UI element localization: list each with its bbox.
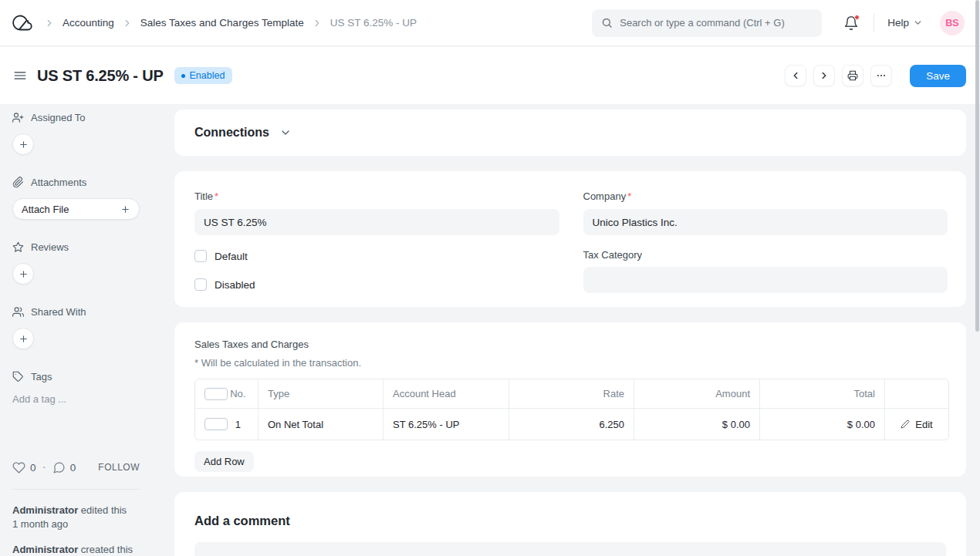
activity-created: Administrator created this 1 month ago <box>12 543 144 556</box>
reviews-label: Reviews <box>31 241 69 253</box>
social-row: 0 · 0 FOLLOW <box>12 460 140 474</box>
add-review-button[interactable] <box>12 263 34 285</box>
star-icon <box>12 241 24 253</box>
help-menu[interactable]: Help <box>887 17 923 29</box>
navbar-right: Help BS <box>592 9 965 37</box>
add-comment-title: Add a comment <box>194 514 946 528</box>
add-row-button[interactable]: Add Row <box>194 451 254 472</box>
default-checkbox-row[interactable]: Default <box>194 250 559 262</box>
previous-document-button[interactable] <box>785 65 806 86</box>
users-icon <box>12 306 24 318</box>
search-icon <box>601 17 613 29</box>
company-field[interactable] <box>583 209 948 235</box>
heart-icon[interactable] <box>12 461 25 474</box>
menu-button[interactable] <box>870 65 892 86</box>
add-assignment-button[interactable] <box>12 133 34 155</box>
chevron-right-icon <box>819 70 830 81</box>
notifications-button[interactable] <box>842 14 860 32</box>
save-button[interactable]: Save <box>910 65 966 87</box>
plus-icon <box>19 269 29 279</box>
attach-file-button[interactable]: Attach File <box>12 198 140 220</box>
pencil-icon <box>901 420 910 429</box>
tag-icon <box>12 371 24 382</box>
help-label: Help <box>887 17 909 29</box>
assigned-to-label: Assigned To <box>31 112 86 123</box>
navbar: Accounting Sales Taxes and Charges Templ… <box>0 0 980 46</box>
disabled-checkbox[interactable] <box>194 278 207 291</box>
comment-input[interactable] <box>194 542 946 556</box>
add-tag-input[interactable]: Add a tag ... <box>12 393 162 405</box>
user-plus-icon <box>12 112 24 123</box>
company-field-label: Company* <box>583 190 632 202</box>
breadcrumb: Accounting Sales Taxes and Charges Templ… <box>12 12 417 33</box>
status-badge-label: Enabled <box>190 70 225 81</box>
page-title: US ST 6.25% - UP <box>37 67 164 85</box>
status-badge: Enabled <box>174 67 233 84</box>
assigned-to-section: Assigned To <box>12 110 162 155</box>
follow-button[interactable]: FOLLOW <box>98 462 140 473</box>
shared-with-label: Shared With <box>31 306 86 318</box>
activity-user: Administrator <box>12 544 78 555</box>
select-all-checkbox[interactable] <box>204 388 228 400</box>
edit-label: Edit <box>915 419 932 430</box>
page-header: US ST 6.25% - UP Enabled Save <box>0 47 980 104</box>
search-input[interactable] <box>620 17 813 29</box>
comment-bubble-icon[interactable] <box>52 461 66 474</box>
tax-category-field[interactable] <box>583 267 948 293</box>
chevron-down-icon[interactable] <box>279 126 292 139</box>
next-document-button[interactable] <box>813 65 835 86</box>
notification-dot <box>854 15 860 20</box>
disabled-checkbox-row[interactable]: Disabled <box>194 278 559 291</box>
tags-section: Tags Add a tag ... <box>12 369 162 405</box>
chevron-right-icon <box>312 18 323 29</box>
activity-user: Administrator <box>12 504 78 516</box>
printer-icon <box>847 70 858 81</box>
plus-icon <box>19 334 29 344</box>
total-column-header: Total <box>760 379 885 409</box>
add-share-button[interactable] <box>12 328 34 349</box>
print-button[interactable] <box>842 65 863 86</box>
required-marker: * <box>215 190 218 202</box>
grid-header-row: No. Type Account Head Rate Amount Total <box>195 379 948 409</box>
row-total-cell[interactable]: $ 0.00 <box>760 409 885 440</box>
row-checkbox[interactable] <box>204 418 228 430</box>
row-rate-cell[interactable]: 6.250 <box>509 409 634 440</box>
default-label: Default <box>215 251 248 262</box>
global-search[interactable] <box>592 9 822 37</box>
ellipsis-icon <box>876 70 887 81</box>
row-number: 1 <box>228 419 249 430</box>
table-row[interactable]: 1 On Net Total ST 6.25% - UP 6.250 $ 0.0… <box>195 409 948 440</box>
count-separator: · <box>42 460 46 474</box>
breadcrumb-accounting[interactable]: Accounting <box>63 17 114 29</box>
row-type-cell[interactable]: On Net Total <box>259 409 384 440</box>
comment-count: 0 <box>70 462 76 473</box>
attachments-header: Attachments <box>12 175 162 189</box>
navbar-divider <box>874 14 874 32</box>
row-amount-cell[interactable]: $ 0.00 <box>634 409 760 440</box>
tax-category-field-label: Tax Category <box>583 249 948 261</box>
connections-section[interactable]: Connections <box>174 110 966 156</box>
details-section: Title* Default Disabled Company* Tax Cat… <box>174 171 966 307</box>
attach-file-label: Attach File <box>22 204 69 215</box>
user-avatar[interactable]: BS <box>940 11 965 35</box>
comment-section: Add a comment <box>174 492 966 556</box>
vertical-scrollbar[interactable] <box>975 0 979 332</box>
row-edit-button[interactable]: Edit <box>894 419 939 430</box>
title-field[interactable] <box>194 209 559 235</box>
sidebar-toggle-icon[interactable] <box>12 68 28 83</box>
reviews-section: Reviews <box>12 240 162 285</box>
taxes-hint: * Will be calculated in the transaction. <box>194 357 948 369</box>
app-logo-cloud-icon[interactable] <box>12 12 33 33</box>
form-body: Connections Title* Default Disabled Comp… <box>174 104 966 556</box>
account-head-column-header: Account Head <box>384 379 509 409</box>
default-checkbox[interactable] <box>194 250 207 262</box>
breadcrumb-template[interactable]: Sales Taxes and Charges Template <box>140 17 304 29</box>
chevron-right-icon <box>44 18 55 29</box>
form-sidebar: Assigned To Attachments Attach File Revi… <box>0 104 174 556</box>
status-dot <box>181 74 185 78</box>
shared-with-header: Shared With <box>12 305 162 318</box>
taxes-section: Sales Taxes and Charges * Will be calcul… <box>174 322 966 477</box>
chevron-right-icon <box>122 18 133 29</box>
tags-label: Tags <box>31 371 52 382</box>
row-account-head-cell[interactable]: ST 6.25% - UP <box>384 409 509 440</box>
